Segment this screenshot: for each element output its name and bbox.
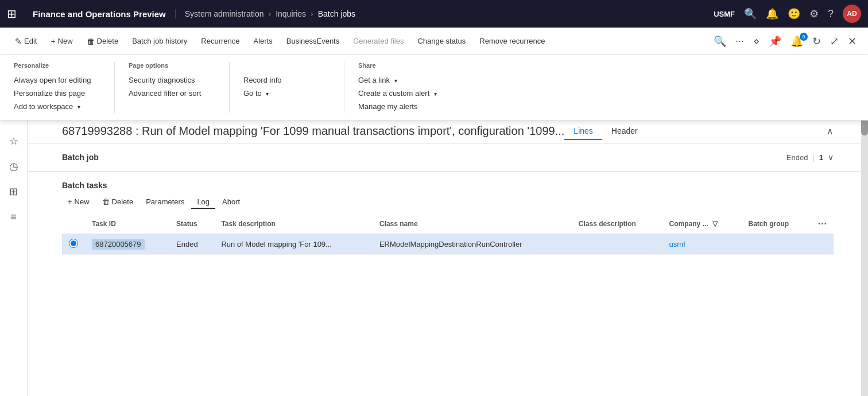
- batch-tasks-section: Batch tasks + New 🗑 Delete Parameters Lo…: [28, 172, 868, 396]
- advanced-filter-or-sort-item[interactable]: Advanced filter or sort: [129, 87, 215, 100]
- batch-job-count: 1: [819, 153, 823, 162]
- share-section: Share Get a link ▾ Create a custom alert…: [344, 62, 459, 113]
- col-company: Company ... ▽: [662, 213, 742, 234]
- toolbar-more-icon[interactable]: ···: [733, 33, 746, 49]
- col-batch-group: Batch group: [741, 213, 811, 234]
- tasks-new-icon: +: [68, 197, 72, 206]
- tasks-delete-button[interactable]: 🗑 Delete: [96, 195, 140, 209]
- tab-header[interactable]: Header: [602, 122, 647, 140]
- dropdown-overlay: Personalize Always open for editing Pers…: [0, 55, 868, 121]
- change-status-button[interactable]: Change status: [412, 33, 471, 49]
- breadcrumb-inquiries[interactable]: Inquiries: [276, 9, 306, 18]
- settings-icon[interactable]: ⚙: [809, 7, 819, 20]
- scrollbar[interactable]: [861, 101, 868, 396]
- go-to-arrow: ▾: [266, 91, 269, 97]
- open-in-new-icon[interactable]: ⤢: [828, 33, 841, 50]
- tasks-table: Task ID Status Task description Class na…: [62, 213, 834, 255]
- row-more: [811, 234, 834, 255]
- go-to-item[interactable]: Go to ▾: [243, 87, 330, 100]
- generated-files-button[interactable]: Generated files: [347, 33, 409, 49]
- remove-recurrence-button[interactable]: Remove recurrence: [474, 33, 551, 49]
- row-status: Ended: [169, 234, 214, 255]
- personalize-this-page-item[interactable]: Personalize this page: [14, 87, 100, 100]
- delete-icon: 🗑: [87, 37, 95, 46]
- close-icon[interactable]: ✕: [846, 33, 859, 50]
- batch-job-status: Ended: [786, 153, 808, 162]
- feedback-icon[interactable]: 🙂: [788, 7, 800, 20]
- manage-my-alerts-item[interactable]: Manage my alerts: [358, 100, 445, 113]
- toolbar-search-icon[interactable]: 🔍: [711, 33, 728, 50]
- grid-icon[interactable]: ⊞: [7, 7, 17, 21]
- help-icon[interactable]: ?: [828, 8, 834, 20]
- toolbar-favorite-icon[interactable]: ⋄: [751, 33, 762, 50]
- tasks-parameters-button[interactable]: Parameters: [140, 195, 190, 209]
- top-nav-right: USMF 🔍 🔔 🙂 ⚙ ? AD: [714, 5, 861, 23]
- section-status: Ended | 1 ∨: [786, 153, 834, 162]
- tasks-log-button[interactable]: Log: [191, 195, 215, 209]
- get-a-link-arrow: ▾: [394, 77, 397, 84]
- new-icon: +: [51, 37, 55, 46]
- content-area: ▽ Batch job | Standard view ▾ 6871999328…: [28, 101, 868, 396]
- table-header-row: Task ID Status Task description Class na…: [62, 213, 834, 234]
- personalize-section-title: Personalize: [14, 62, 100, 69]
- breadcrumb-system-admin[interactable]: System administration: [185, 9, 264, 18]
- add-to-workspace-item[interactable]: Add to workspace ▾: [14, 100, 100, 113]
- breadcrumb-chevron-1: ›: [268, 9, 271, 18]
- col-more-icon[interactable]: ⋯: [817, 219, 827, 228]
- create-custom-alert-item[interactable]: Create a custom alert ▾: [358, 87, 445, 100]
- notification-icon[interactable]: 🔔: [766, 7, 778, 20]
- page-options-section: Page options Security diagnostics Advanc…: [115, 62, 230, 113]
- batch-tasks-title: Batch tasks: [62, 172, 834, 195]
- row-task-description: Run of Model mapping 'For 109...: [214, 234, 373, 255]
- tasks-abort-button[interactable]: Abort: [216, 195, 246, 209]
- breadcrumb-batch-jobs: Batch jobs: [318, 9, 355, 18]
- security-diagnostics-item[interactable]: Security diagnostics: [129, 73, 215, 87]
- collapse-icon[interactable]: ∧: [827, 126, 834, 137]
- col-class-description: Class description: [572, 213, 662, 234]
- create-custom-alert-arrow: ▾: [434, 91, 437, 97]
- sidebar-favorite-icon[interactable]: ☆: [3, 131, 24, 152]
- col-status: Status: [169, 213, 214, 234]
- sidebar: ⌂ ☆ ◷ ⊞ ≡: [0, 101, 28, 396]
- row-radio[interactable]: [69, 239, 78, 248]
- app-title: Finance and Operations Preview: [24, 9, 176, 19]
- sidebar-menu-icon[interactable]: ≡: [3, 207, 24, 227]
- refresh-icon[interactable]: ↻: [810, 33, 823, 50]
- record-info-item[interactable]: Record info: [243, 73, 330, 87]
- delete-button[interactable]: 🗑 Delete: [81, 33, 125, 49]
- sidebar-recent-icon[interactable]: ◷: [3, 156, 24, 177]
- sidebar-workspace-icon[interactable]: ⊞: [3, 181, 24, 202]
- recurrence-button[interactable]: Recurrence: [195, 33, 245, 49]
- table-row[interactable]: 68720005679 Ended Run of Model mapping '…: [62, 234, 834, 255]
- edit-icon: ✎: [15, 37, 22, 46]
- always-open-for-editing-item[interactable]: Always open for editing: [14, 73, 100, 87]
- batch-job-expand-icon[interactable]: ∨: [828, 153, 834, 162]
- tasks-new-button[interactable]: + New: [62, 195, 95, 209]
- edit-button[interactable]: ✎ Edit: [9, 33, 42, 49]
- page-options-title: Page options: [129, 62, 215, 69]
- toolbar-right-icons: 🔍 ··· ⋄ 📌 🔔 0 ↻ ⤢ ✕: [711, 33, 859, 50]
- col-task-id: Task ID: [85, 213, 169, 234]
- col-select: [62, 213, 85, 234]
- toolbar: ✎ Edit + New 🗑 Delete Batch job history …: [0, 28, 868, 55]
- business-events-button[interactable]: BusinessEvents: [281, 33, 346, 49]
- row-task-id: 68720005679: [85, 234, 169, 255]
- company-filter-icon[interactable]: ▽: [712, 220, 718, 228]
- new-button[interactable]: + New: [45, 33, 78, 49]
- record-title-row: 68719993288 : Run of Model mapping 'For …: [62, 119, 834, 143]
- batch-job-history-button[interactable]: Batch job history: [126, 33, 193, 49]
- share-section-title: Share: [358, 62, 445, 69]
- company-link[interactable]: usmf: [669, 240, 685, 249]
- avatar[interactable]: AD: [843, 5, 861, 23]
- get-a-link-item[interactable]: Get a link ▾: [358, 73, 445, 87]
- tasks-delete-icon: 🗑: [102, 197, 110, 206]
- tab-lines[interactable]: Lines: [564, 122, 602, 140]
- batch-job-section: Batch job Ended | 1 ∨: [28, 143, 868, 172]
- record-title: 68719993288 : Run of Model mapping 'For …: [62, 119, 564, 143]
- toolbar-pin-icon[interactable]: 📌: [766, 33, 784, 50]
- tab-links: Lines Header: [564, 122, 646, 140]
- row-class-name: ERModelMappingDestinationRunController: [373, 234, 572, 255]
- main-container: ⌂ ☆ ◷ ⊞ ≡ ▽ Batch job | Standard view ▾ …: [0, 101, 868, 396]
- search-icon[interactable]: 🔍: [744, 7, 757, 20]
- alerts-button[interactable]: Alerts: [248, 33, 278, 49]
